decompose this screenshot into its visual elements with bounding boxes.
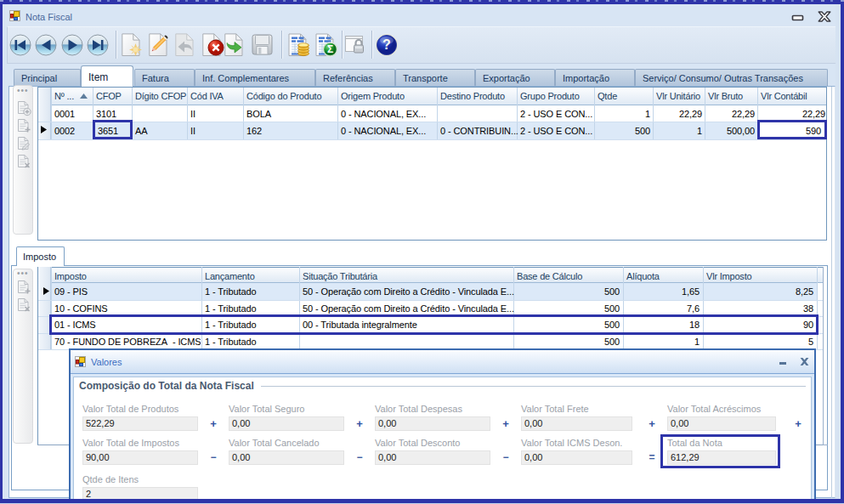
svg-text:Σ: Σ <box>327 43 333 55</box>
svg-text:?: ? <box>382 37 391 52</box>
